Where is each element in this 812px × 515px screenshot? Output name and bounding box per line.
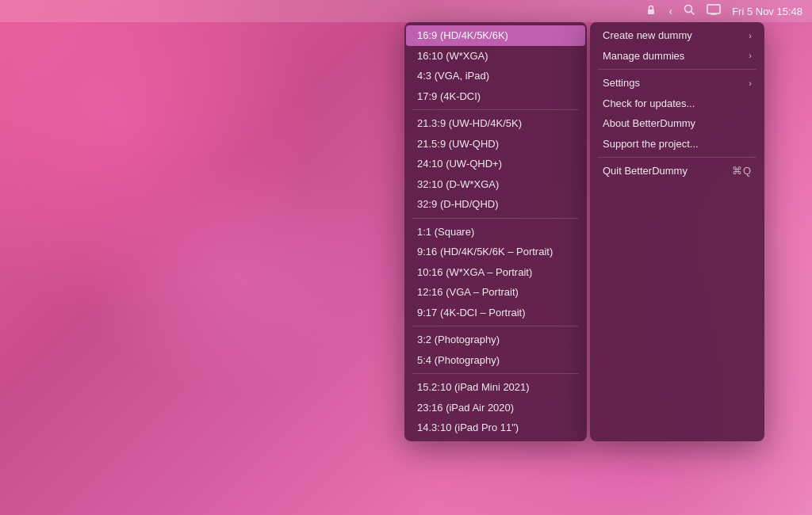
back-icon[interactable]: ‹ [668, 5, 672, 17]
menu-item-about[interactable]: About BetterDummy [592, 113, 763, 134]
submenu-item-14-3-10[interactable]: 14.3:10 (iPad Pro 11") [406, 418, 585, 438]
svg-rect-0 [648, 10, 654, 14]
lock-icon[interactable] [645, 4, 657, 19]
menu-item-quit[interactable]: Quit BetterDummy⌘Q [592, 161, 763, 181]
menubar-icons: ‹ [645, 4, 721, 19]
menubar: ‹ Fri 5 Nov 15:48 [0, 0, 812, 22]
submenu-item-12-16[interactable]: 12:16 (VGA – Portrait) [406, 282, 585, 303]
menubar-time: Fri 5 Nov 15:48 [732, 6, 802, 17]
submenu-item-32-9[interactable]: 32:9 (D-HD/QHD) [406, 194, 585, 215]
search-icon[interactable] [684, 4, 695, 18]
submenu-item-16-10[interactable]: 16:10 (W*XGA) [406, 46, 585, 67]
display-icon[interactable] [707, 4, 721, 18]
submenu-item-4-3[interactable]: 4:3 (VGA, iPad) [406, 66, 585, 86]
separator [412, 373, 579, 374]
separator [412, 326, 579, 326]
menus-container: 16:9 (HD/4K/5K/6K)16:10 (W*XGA)4:3 (VGA,… [404, 22, 764, 441]
submenu-item-3-2[interactable]: 3:2 (Photography) [406, 330, 585, 350]
separator [412, 109, 579, 110]
chevron-icon: › [749, 77, 752, 90]
submenu-item-24-10[interactable]: 24:10 (UW-QHD+) [406, 154, 585, 174]
menu-item-settings[interactable]: Settings› [592, 73, 763, 93]
submenu-item-17-9[interactable]: 17:9 (4K-DCI) [406, 86, 585, 107]
svg-line-2 [691, 12, 695, 15]
menu-item-check-updates[interactable]: Check for updates... [592, 93, 763, 114]
separator [598, 157, 756, 158]
menu-item-support[interactable]: Support the project... [592, 134, 763, 154]
submenu-item-15-2-10[interactable]: 15.2:10 (iPad Mini 2021) [406, 377, 585, 398]
submenu-item-23-16[interactable]: 23:16 (iPad Air 2020) [406, 398, 585, 418]
separator [412, 218, 579, 219]
shortcut-label: ⌘Q [732, 163, 752, 179]
chevron-icon: › [749, 49, 752, 63]
submenu-item-5-4[interactable]: 5:4 (Photography) [406, 350, 585, 371]
submenu-item-21-3-9[interactable]: 21.3:9 (UW-HD/4K/5K) [406, 113, 585, 134]
menu-main: Create new dummy›Manage dummies›Settings… [590, 22, 764, 441]
chevron-icon: › [749, 29, 752, 43]
separator [598, 69, 756, 70]
submenu-item-16-9[interactable]: 16:9 (HD/4K/5K/6K) [406, 25, 585, 46]
svg-rect-3 [707, 5, 720, 13]
submenu-aspect-ratios: 16:9 (HD/4K/5K/6K)16:10 (W*XGA)4:3 (VGA,… [404, 22, 587, 441]
submenu-item-9-17[interactable]: 9:17 (4K-DCI – Portrait) [406, 303, 585, 323]
menu-item-manage-dummies[interactable]: Manage dummies› [592, 46, 763, 67]
menu-item-create-new-dummy[interactable]: Create new dummy› [592, 25, 763, 46]
submenu-item-10-16[interactable]: 10:16 (W*XGA – Portrait) [406, 262, 585, 283]
submenu-item-1-1[interactable]: 1:1 (Square) [406, 222, 585, 242]
submenu-item-21-5-9[interactable]: 21.5:9 (UW-QHD) [406, 134, 585, 154]
submenu-item-32-10[interactable]: 32:10 (D-W*XGA) [406, 174, 585, 195]
bg-blob-3 [79, 158, 396, 396]
submenu-item-9-16[interactable]: 9:16 (HD/4K/5K/6K – Portrait) [406, 242, 585, 262]
